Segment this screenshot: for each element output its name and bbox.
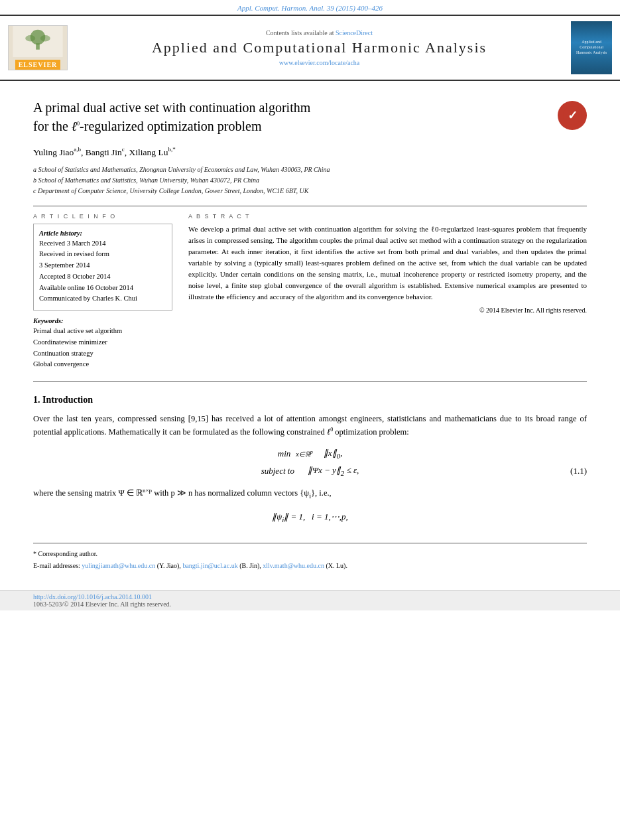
affiliations: a School of Statistics and Mathematics, … <box>33 165 587 196</box>
equation-psi-norm: ‖ψi‖ = 1, i = 1,⋯,p, <box>33 512 587 524</box>
email3-link[interactable]: xllv.math@whu.edu.cn <box>263 562 324 569</box>
abstract-col: A B S T R A C T We develop a primal dual… <box>188 213 587 371</box>
title-line1: A primal dual active set with continuati… <box>33 100 310 115</box>
svg-point-3 <box>25 35 35 41</box>
accepted: Accepted 8 October 2014 <box>39 271 166 282</box>
header-banner: ELSEVIER Contents lists available at Sci… <box>0 15 620 81</box>
email1-link[interactable]: yulingjiamath@whu.edu.cn <box>82 562 155 569</box>
divider-1 <box>33 206 587 206</box>
keyword-4: Global convergence <box>33 359 172 370</box>
affil-b: b School of Mathematics and Statistics, … <box>33 175 587 186</box>
sciencedirect-line: Contents lists available at ScienceDirec… <box>78 29 560 36</box>
introduction-section: 1. Introduction Over the last ten years,… <box>33 395 587 523</box>
doi-link[interactable]: http://dx.doi.org/10.1016/j.acha.2014.10… <box>33 593 152 600</box>
keyword-2: Coordinatewise minimizer <box>33 337 172 348</box>
svg-text:✓: ✓ <box>568 109 578 122</box>
header-center: Contents lists available at ScienceDirec… <box>78 29 560 66</box>
revised-date: 3 September 2014 <box>39 260 166 271</box>
keyword-1: Primal dual active set algorithm <box>33 326 172 337</box>
keywords-section: Keywords: Primal dual active set algorit… <box>33 317 172 370</box>
bottom-bar: http://dx.doi.org/10.1016/j.acha.2014.10… <box>0 590 620 610</box>
article-info-col: A R T I C L E I N F O Article history: R… <box>33 213 172 371</box>
section-title-1: 1. Introduction <box>33 395 587 405</box>
journal-title: Applied and Computational Harmonic Analy… <box>78 39 560 56</box>
svg-rect-2 <box>36 43 40 49</box>
equation-1-1: min x∈ℝp ‖x‖0, subject to ‖Ψx − y‖2 ≤ ε,… <box>33 448 587 476</box>
email-line: E-mail addresses: yulingjiamath@whu.edu.… <box>33 561 587 571</box>
history-title: Article history: <box>39 230 166 237</box>
received-revised: Received in revised form <box>39 249 166 259</box>
communicated-by: Communicated by Charles K. Chui <box>39 293 166 304</box>
eq-min-line: min x∈ℝp ‖x‖0, <box>33 448 587 460</box>
paper-title-block: A primal dual active set with continuati… <box>33 98 587 135</box>
keywords-title: Keywords: <box>33 317 172 324</box>
affil-a: a School of Statistics and Mathematics, … <box>33 165 587 175</box>
email2-link[interactable]: bangti.jin@ucl.ac.uk <box>182 562 237 569</box>
sciencedirect-link[interactable]: ScienceDirect <box>336 29 373 36</box>
svg-point-4 <box>40 35 50 41</box>
elsevier-label: ELSEVIER <box>15 60 61 70</box>
divider-2 <box>33 381 587 382</box>
article-info-header: A R T I C L E I N F O <box>33 213 172 220</box>
journal-cover: Applied and Computational Harmonic Analy… <box>571 21 612 74</box>
journal-ref-text: Appl. Comput. Harmon. Anal. 39 (2015) 40… <box>237 4 383 12</box>
elsevier-logo: ELSEVIER <box>8 25 68 70</box>
footnotes: * Corresponding author. E-mail addresses… <box>33 543 587 571</box>
article-info-box: Article history: Received 3 March 2014 R… <box>33 224 172 311</box>
title-line2: for the ℓ0-regularized optimization prob… <box>33 119 261 133</box>
main-content: A primal dual active set with continuati… <box>0 81 620 586</box>
article-abstract-row: A R T I C L E I N F O Article history: R… <box>33 213 587 371</box>
authors-line: Yuling Jiaoa,b, Bangti Jinc, Xiliang Lub… <box>33 146 587 158</box>
received1: Received 3 March 2014 <box>39 238 166 249</box>
issn-text: 1063-5203/© 2014 Elsevier Inc. All right… <box>33 600 171 608</box>
paper-title-text: A primal dual active set with continuati… <box>33 98 310 135</box>
abstract-header: A B S T R A C T <box>188 213 587 220</box>
corresponding-author: * Corresponding author. <box>33 549 587 559</box>
affil-c: c Department of Computer Science, Univer… <box>33 186 587 196</box>
available-online: Available online 16 October 2014 <box>39 283 166 293</box>
intro-para1: Over the last ten years, compressed sens… <box>33 412 587 439</box>
copyright: © 2014 Elsevier Inc. All rights reserved… <box>188 307 587 314</box>
crossmark-badge[interactable]: ✓ <box>558 101 587 130</box>
intro-para2: where the sensing matrix Ψ ∈ ℝn×p with p… <box>33 486 587 502</box>
abstract-text: We develop a primal dual active set with… <box>188 224 587 303</box>
journal-reference: Appl. Comput. Harmon. Anal. 39 (2015) 40… <box>0 0 620 15</box>
journal-url: www.elsevier.com/locate/acha <box>78 59 560 66</box>
keyword-3: Continuation strategy <box>33 348 172 360</box>
